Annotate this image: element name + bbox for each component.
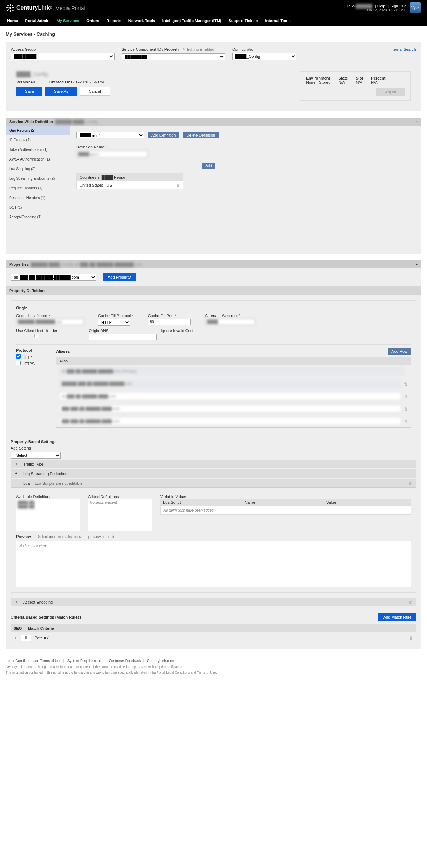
seq-input[interactable] [21,635,31,641]
trash-icon[interactable]: 🗑 [404,407,408,411]
save-button[interactable]: Save [16,87,42,96]
scid-select[interactable]: ████████ [122,53,225,60]
cache-fill-protocol-select[interactable]: HTTP [98,319,130,326]
acc-accept-encoding[interactable]: + Accept-Encoding 🗑 [11,598,416,606]
available-definitions-list[interactable]: ████-██ ████-██ [16,499,80,531]
trash-icon[interactable]: 🗑 [176,183,180,187]
top-bar: CenturyLink® Media Portal Hello ██████ |… [0,0,427,16]
footer: Legal Conditions and Terms of Use| Syste… [6,655,421,678]
added-definitions-list[interactable]: No items present. [88,499,152,531]
adjust-button[interactable]: Adjust [376,88,405,96]
add-row-button[interactable]: Add Row [388,348,411,355]
nav-support-tickets[interactable]: Support Tickets [225,16,261,25]
side-tab-resp[interactable]: Response Headers (1) [6,193,70,203]
access-group-label: Access Group [11,47,115,51]
acc-lua[interactable]: − Lua Lua Scripts are not editable 🗑 [11,479,416,488]
nav-orders[interactable]: Orders [83,16,103,25]
nav-internal-tools[interactable]: Internal Tools [261,16,294,25]
svg-line-7 [12,5,14,6]
expand-icon[interactable]: + [15,462,18,466]
saveas-button[interactable]: Save As [45,87,77,96]
user-name: ██████ [356,4,372,8]
svg-line-5 [7,5,9,6]
access-group-select[interactable]: ████████ [11,53,115,60]
nav-my-services[interactable]: My Services [53,16,83,25]
top-right: Hello ██████ |Help |Sign Out Jun 12, 202… [346,2,421,13]
delete-definition-button[interactable]: Delete Definition [183,132,219,138]
account-icon[interactable]: Vyvx [410,2,421,13]
nav-bar: Home Portal Admin My Services Orders Rep… [0,16,427,26]
side-tab-geo[interactable]: Geo Regions (2) [6,126,70,135]
trash-icon[interactable]: 🗑 [404,382,408,386]
origin-title: Origin [16,306,411,310]
origin-dns-input[interactable] [89,334,157,340]
expand-icon[interactable]: + [15,471,18,476]
trash-icon[interactable]: 🗑 [404,394,408,399]
acc-traffic-type[interactable]: + Traffic Type [11,460,416,468]
footer-cl[interactable]: CenturyLink.com [147,659,174,663]
pbs-title: Property-Based Settings [11,440,416,444]
side-tab-lua[interactable]: Lua Scripting (2) [6,164,70,174]
add-setting-select[interactable]: - Select - [11,452,61,459]
help-link[interactable]: Help [377,4,386,8]
svg-line-8 [7,10,9,11]
nav-portal-admin[interactable]: Portal Admin [22,16,53,25]
logo-icon [6,4,14,12]
footer-feedback[interactable]: Customer Feedback [109,659,141,663]
footer-legal[interactable]: Legal Conditions and Terms of Use [6,659,61,663]
brand-name: CenturyLink [16,5,50,11]
nav-home[interactable]: Home [4,16,22,25]
expand-icon[interactable]: + [14,636,17,640]
footer-sysreq[interactable]: System Requirements [67,659,102,663]
side-tab-token[interactable]: Token Authentication (1) [6,145,70,154]
trash-icon[interactable]: 🗑 [408,600,412,604]
section-properties: Properties ██████ ████_Config ab-███-██-… [6,260,421,268]
match-rule-row: + Path = / 🗑 [11,632,416,644]
collapse-icon[interactable]: − [15,481,18,486]
trash-icon[interactable]: 🗑 [408,481,412,486]
collapse-icon[interactable]: − [416,120,418,124]
cancel-button[interactable]: Cancel [80,87,110,96]
proto-http-checkbox[interactable] [16,354,21,359]
add-definition-button[interactable]: Add Definition [148,132,179,138]
side-tabs: Geo Regions (2) IP Groups (1) Token Auth… [6,126,70,254]
side-tab-accenc[interactable]: Accept-Encoding (1) [6,212,70,222]
alias-row: ██████-███-██-██████.██████.com🗑 [56,377,411,390]
internal-search-link[interactable]: Internal Search [389,47,416,51]
trash-icon[interactable]: 🗑 [409,636,413,640]
collapse-icon[interactable]: − [416,262,418,267]
acc-log-streaming[interactable]: + Log Streaming Endpoints [11,469,416,478]
property-select[interactable]: ab-███-██-██████.██████.com [11,274,96,281]
side-tab-log[interactable]: Log Streaming Endpoints (2) [6,174,70,183]
nav-itm[interactable]: Intelligent Traffic Manager (ITM) [159,16,225,25]
nav-network-tools[interactable]: Network Tools [125,16,159,25]
svg-point-0 [9,7,11,9]
use-client-host-checkbox[interactable] [16,334,57,338]
alt-web-root-input[interactable] [205,319,255,325]
side-tab-aws4[interactable]: AWS4 Authentification (1) [6,154,70,164]
page-title: My Services - Caching [6,31,421,37]
side-tab-dct[interactable]: DCT (1) [6,203,70,212]
alias-row: ███-███-██-██████.████.com🗑 [56,402,411,415]
add-property-button[interactable]: Add Property [103,273,136,281]
nav-reports[interactable]: Reports [103,16,125,25]
proto-https-checkbox[interactable] [16,361,21,365]
config-label: Configuration [232,47,296,51]
alias-row: ab-███-██-██████.██████.com (Primary) [56,365,411,377]
add-match-rule-button[interactable]: Add Match Rule [378,613,416,621]
config-select[interactable]: ████_Config [232,53,296,60]
expand-icon[interactable]: + [15,600,18,604]
side-tab-req[interactable]: Request Headers (1) [6,183,70,193]
signout-link[interactable]: Sign Out [390,4,406,8]
variable-values-body: No definitions have been added. [160,506,411,515]
add-button[interactable]: Add [202,163,215,169]
cbs-title: Criteria-Based Settings (Match Rules) [11,615,81,619]
trash-icon[interactable]: 🗑 [404,419,408,423]
origin-host-input[interactable] [16,319,84,325]
definition-name-input[interactable] [76,151,148,158]
cache-fill-port-input[interactable] [148,319,191,325]
side-tab-ip[interactable]: IP Groups (1) [6,135,70,145]
country-row: United States - US [80,183,112,187]
definition-select[interactable]: ████-geo1 [76,132,144,138]
countries-header: Countries in ████ Region [77,173,183,181]
